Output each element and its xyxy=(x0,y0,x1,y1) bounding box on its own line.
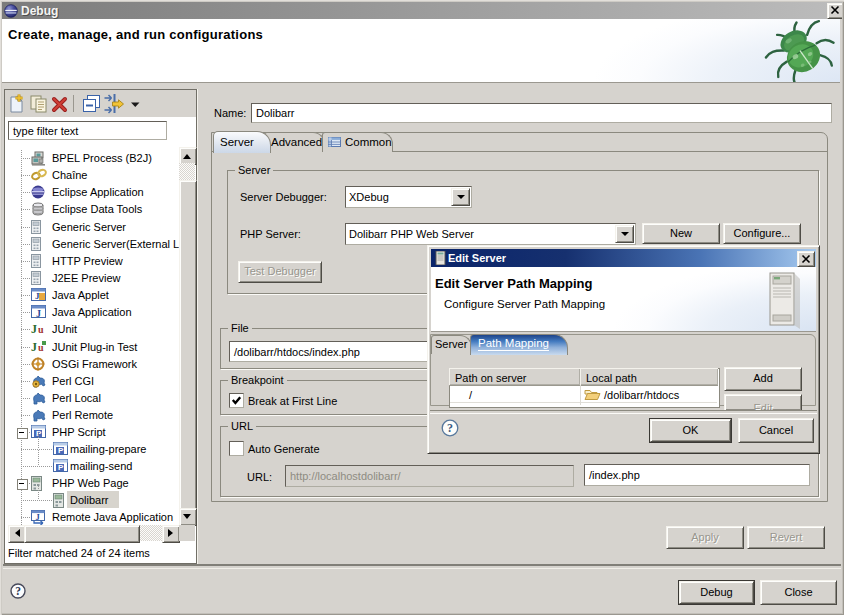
svg-text:P: P xyxy=(36,429,42,438)
svg-text:J: J xyxy=(36,308,41,319)
svg-text:?: ? xyxy=(447,421,453,435)
svg-text:J: J xyxy=(31,322,37,335)
svg-text:J: J xyxy=(31,340,37,353)
svg-text:P: P xyxy=(58,446,64,455)
svg-text:P: P xyxy=(58,463,64,472)
svg-text:u: u xyxy=(38,324,44,335)
svg-text:J: J xyxy=(35,291,40,301)
svg-text:?: ? xyxy=(15,585,21,597)
